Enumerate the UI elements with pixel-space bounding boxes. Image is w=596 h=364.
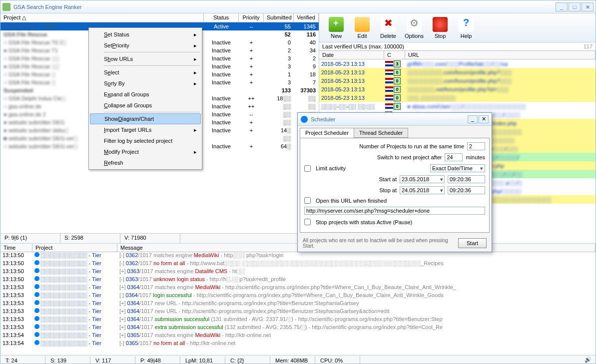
col-submitted[interactable]: Submitted — [264, 13, 294, 22]
menu-item[interactable]: Set Status▸ — [90, 29, 201, 40]
menu-item[interactable]: Select▸ — [90, 67, 201, 78]
stop-time-input[interactable] — [448, 186, 485, 194]
menu-item[interactable]: Import Target URLs▸ — [90, 124, 201, 135]
col-verified[interactable]: Verified — [294, 13, 319, 22]
openurl-label: Open this URL when finished — [316, 198, 387, 204]
start-label: Start at — [304, 176, 397, 182]
stat-v: V: 117 — [90, 357, 135, 364]
url-row[interactable]: ░░░░-░░-░░ ░░:░░0● atssa.com/User░░░/░░░… — [319, 102, 596, 110]
limit-mode-combo[interactable]: Exact Date/Time — [430, 164, 485, 172]
new-button[interactable]: New — [324, 17, 348, 39]
stop-button[interactable]: Stop — [428, 17, 452, 39]
stop-icon — [433, 17, 448, 32]
openurl-input[interactable] — [304, 207, 485, 215]
log-row[interactable]: 13:13:50░░░░░░░░░░░░ - Tier[-] 0362/1017… — [0, 252, 596, 260]
stat-cpu: CPU: 0% — [315, 357, 360, 364]
url-row[interactable]: 2018-05-23 13:130░░░░░░░░░.com/forum/pro… — [319, 68, 596, 76]
menu-item[interactable]: Modify Project▸ — [90, 146, 201, 157]
log-row[interactable]: 13:13:50░░░░░░░░░░░░ - Tier[-] 0362/1017… — [0, 260, 596, 268]
close-button[interactable]: ✕ — [582, 2, 594, 11]
minimize-button[interactable]: _ — [556, 2, 568, 11]
maximize-button[interactable]: □ — [569, 2, 581, 11]
stat-t: T: 24 — [0, 357, 45, 364]
url-row[interactable]: 2018-05-23 13:133griffith░░░.com/░░░Prof… — [319, 59, 596, 68]
menu-item[interactable]: Refresh — [90, 157, 201, 168]
col-status[interactable]: Status — [204, 13, 239, 22]
limit-checkbox[interactable] — [304, 165, 311, 172]
col-time[interactable]: Time — [0, 244, 32, 252]
log-row[interactable]: 13:13:50░░░░░░░░░░░░ - Tier[-] 0363/1017… — [0, 276, 596, 284]
help-icon — [459, 17, 474, 32]
urls-header: Date C URL — [319, 50, 596, 59]
menu-item[interactable]: Set Priority▸ — [90, 40, 201, 51]
menu-item[interactable]: Show Diagram/Chart — [90, 113, 201, 124]
scheduler-dialog[interactable]: Scheduler _ ✕ Project Scheduler Thread S… — [297, 112, 492, 252]
scheduler-close[interactable]: ✕ — [479, 115, 489, 123]
numproj-input[interactable] — [467, 142, 485, 150]
switch-input[interactable] — [445, 153, 463, 161]
new-icon — [329, 17, 344, 32]
opt-button[interactable]: Options — [402, 17, 426, 39]
menu-item[interactable]: Expand all Groups — [90, 89, 201, 100]
log-row[interactable]: 13:13:53░░░░░░░░░░░░ - Tier[+] 0364/1017… — [0, 316, 596, 324]
stopactive-checkbox[interactable] — [304, 219, 311, 225]
url-row[interactable]: 2018-05-23 13:130░░░░░░░.net/forum/profi… — [319, 85, 596, 93]
start-time-input[interactable] — [448, 175, 485, 183]
status-dot-icon — [34, 252, 39, 257]
log-body[interactable]: 13:13:50░░░░░░░░░░░░ - Tier[-] 0362/1017… — [0, 252, 596, 355]
menu-item[interactable]: Collapse all Groups — [90, 100, 201, 111]
openurl-checkbox[interactable] — [304, 197, 311, 204]
menu-item[interactable]: Sorty By▸ — [90, 78, 201, 89]
col-c[interactable]: C — [384, 51, 405, 59]
status-dot-icon — [34, 284, 39, 289]
log-row[interactable]: 13:13:53░░░░░░░░░░░░ - Tier[ ] 0364/1017… — [0, 292, 596, 300]
status-dot-icon — [34, 300, 39, 305]
scheduler-minimize[interactable]: _ — [468, 115, 478, 123]
url-row[interactable]: 2018-05-23 13:130░░░░░░░░░.com/forum/pro… — [319, 76, 596, 85]
stop-date-input[interactable] — [400, 186, 445, 194]
log-row[interactable]: 13:13:53░░░░░░░░░░░░ - Tier[+] 0364/1017… — [0, 300, 596, 308]
edit-button[interactable]: Edit — [350, 17, 374, 39]
scheduler-icon — [301, 116, 308, 123]
url-row[interactable]: 2018-05-23 13:130░░░.░░░░░░░░░ — [319, 93, 596, 102]
log-row[interactable]: 13:13:50░░░░░░░░░░░░ - Tier[+] 0363/1017… — [0, 268, 596, 276]
status-dot-icon — [34, 268, 39, 273]
stop-label: Stop at — [304, 187, 397, 193]
log-row[interactable]: 13:13:54░░░░░░░░░░░░ - Tier[+] 0365/1017… — [0, 332, 596, 340]
last-urls-label-row: Last verified URLs (max. 100000) 117 — [319, 42, 596, 50]
menu-item[interactable]: Show URLs▸ — [90, 53, 201, 64]
menu-item[interactable]: Filter log by selected project — [90, 135, 201, 146]
log-row[interactable]: 13:13:53░░░░░░░░░░░░ - Tier[+] 0364/1017… — [0, 284, 596, 292]
start-date-input[interactable] — [400, 175, 445, 183]
project-context-menu[interactable]: Set Status▸Set Priority▸Show URLs▸Select… — [88, 27, 202, 170]
status-dot-icon — [34, 308, 39, 313]
scheduler-title: Scheduler — [311, 116, 467, 122]
col-date[interactable]: Date — [319, 51, 384, 59]
scheduler-titlebar[interactable]: Scheduler _ ✕ — [298, 113, 492, 126]
speaker-icon[interactable]: 🔊 — [585, 357, 593, 364]
status-dot-icon — [34, 276, 39, 281]
flag-icon — [385, 95, 393, 100]
log-row[interactable]: 13:13:53░░░░░░░░░░░░ - Tier[+] 0364/1017… — [0, 308, 596, 316]
midstat-s: S: 2598 — [60, 234, 120, 243]
del-icon — [381, 17, 396, 32]
help-button[interactable]: Help — [454, 17, 478, 39]
col-url[interactable]: URL — [405, 51, 596, 59]
status-dot-icon — [34, 340, 39, 345]
scheduler-tab-body: Number of Projects to run at the same ti… — [300, 138, 490, 233]
scheduler-tabs: Project Scheduler Thread Scheduler — [298, 126, 492, 138]
app-icon — [2, 3, 10, 11]
log-row[interactable]: 13:13:54░░░░░░░░░░░░ - Tier[-] 0365/1017… — [0, 340, 596, 348]
flag-icon — [385, 61, 393, 66]
tab-thread-scheduler[interactable]: Thread Scheduler — [354, 128, 408, 138]
col-priority[interactable]: Priority — [239, 13, 264, 22]
del-button[interactable]: Delete — [376, 17, 400, 39]
limit-label: Limit activity — [316, 165, 346, 171]
scheduler-start-button[interactable]: Start — [458, 238, 487, 248]
log-row[interactable]: 13:13:53░░░░░░░░░░░░ - Tier[+] 0364/1017… — [0, 324, 596, 332]
status-dot-icon — [34, 260, 39, 265]
tab-project-scheduler[interactable]: Project Scheduler — [300, 128, 354, 138]
col-project[interactable]: Project — [32, 244, 117, 252]
stat-p: P: 49|48 — [135, 357, 180, 364]
col-project[interactable]: Project △ — [0, 13, 204, 22]
